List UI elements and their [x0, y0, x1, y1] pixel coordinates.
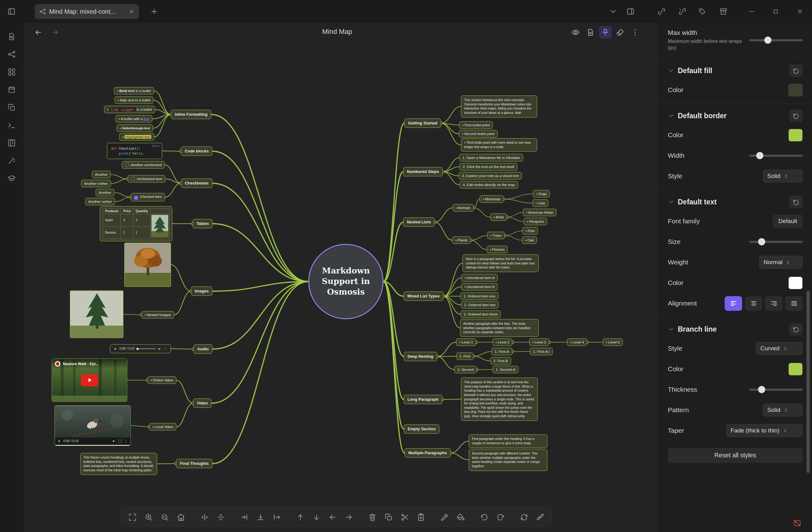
toolbar-arrow-down-button[interactable] — [309, 509, 323, 524]
view-pin-button[interactable] — [599, 26, 612, 39]
reset-all-styles-button[interactable]: Reset all styles — [668, 448, 803, 463]
node-h-tables[interactable]: Tables — [193, 219, 213, 228]
tab-close-icon[interactable] — [129, 9, 134, 15]
toolbar-arrow-right-to-line-button[interactable] — [237, 509, 251, 524]
center-node[interactable]: Markdown Support in Osmosis — [308, 244, 383, 319]
node-gs-b1[interactable]: • First bullet point — [459, 121, 493, 129]
tab-mind-map[interactable]: Mind Map: mixed-cont... — [35, 4, 139, 19]
titlebar-chevron-down-button[interactable] — [607, 5, 620, 18]
node-nl-pine[interactable]: • Pine — [522, 227, 538, 235]
node-nl-oak[interactable]: • Oak — [522, 236, 537, 244]
reset-branch-line-button[interactable] — [789, 323, 803, 335]
node-dn-fb[interactable]: 2. First-B — [490, 357, 511, 365]
node-img-autumn[interactable] — [124, 243, 171, 287]
node-ml-3[interactable]: 3. Ordered item three — [461, 310, 501, 318]
node-dn-f1[interactable]: 1. First — [456, 352, 473, 360]
node-nl-penguins[interactable]: • Penguins — [524, 218, 547, 225]
node-dn-s2[interactable]: 2. Second — [454, 366, 477, 373]
forward-button[interactable] — [49, 26, 61, 39]
node-dn-l4[interactable]: • Level 4 — [567, 338, 587, 346]
branch-color-swatch[interactable] — [788, 363, 803, 376]
node-h-images[interactable]: Images — [191, 286, 213, 296]
node-h-check[interactable]: Checkboxes — [181, 179, 213, 188]
titlebar-link-2-button[interactable] — [676, 5, 689, 18]
node-img-pine[interactable] — [70, 291, 124, 338]
toolbar-fit-view-button[interactable] — [125, 509, 140, 524]
ribbon-copy-button[interactable] — [5, 100, 18, 114]
node-gs-b2[interactable]: • Second bullet point — [459, 130, 497, 138]
node-h-mp[interactable]: Multiple Paragraphs — [405, 448, 451, 458]
toolbar-unfold-vertical-button[interactable] — [214, 509, 228, 524]
node-nl-mammals[interactable]: • Mammals — [479, 195, 504, 203]
node-b-mark[interactable]: • Highlighted text — [119, 133, 155, 141]
node-nl-flowers[interactable]: • Flowers — [487, 246, 507, 253]
font-size-slider[interactable] — [749, 236, 803, 248]
titlebar-link-button[interactable] — [655, 5, 668, 18]
ribbon-mindmap-button[interactable] — [5, 47, 18, 61]
node-ml-a[interactable]: • Unordered item A — [462, 274, 498, 282]
node-l-online[interactable]: • Online Video — [148, 376, 176, 384]
node-h-code[interactable]: Code blocks — [181, 146, 212, 156]
border-width-slider[interactable] — [749, 149, 803, 162]
node-dn-sa[interactable]: 1. Second-A — [493, 366, 518, 373]
max-width-slider[interactable] — [749, 34, 803, 46]
titlebar-sidebar-right-button[interactable] — [624, 5, 637, 18]
titlebar-tag-button[interactable] — [696, 5, 709, 18]
node-nl-cats[interactable]: • Cats — [533, 199, 549, 207]
sidebar-left-toggle[interactable] — [5, 5, 18, 18]
toolbar-arrow-left-button[interactable] — [325, 509, 340, 524]
view-eraser-button[interactable] — [614, 26, 626, 39]
align-justify-button[interactable] — [785, 296, 803, 311]
node-table-node[interactable]: ProductsPriceQuantityApple43Banana21 — [100, 206, 172, 241]
node-mp-para2[interactable]: Second paragraph with different content.… — [469, 449, 548, 471]
toolbar-trash-button[interactable] — [365, 509, 379, 524]
node-nl-birds[interactable]: • Birds — [490, 213, 507, 221]
node-h-final[interactable]: Final Thoughts — [176, 459, 212, 468]
node-b-bold[interactable]: • Bold text in a bullet — [114, 87, 154, 95]
node-h-lp[interactable]: Long Paragraph — [404, 395, 442, 404]
chevron-down-icon[interactable] — [668, 67, 675, 74]
toolbar-refresh-button[interactable] — [517, 509, 531, 524]
branch-pattern-select[interactable]: Solid — [763, 404, 803, 417]
fill-color-swatch[interactable] — [788, 84, 803, 96]
node-h-es[interactable]: Empty Section — [404, 424, 439, 434]
back-button[interactable] — [32, 26, 44, 39]
node-dn-fai[interactable]: 1. First-A-i — [530, 348, 552, 355]
window-maximize-button[interactable] — [769, 5, 782, 18]
volume-icon[interactable] — [113, 439, 116, 443]
reset-default-border-button[interactable] — [789, 110, 803, 122]
border-style-select[interactable]: Solid — [763, 170, 803, 183]
toolbar-zoom-out-button[interactable] — [158, 509, 172, 524]
chevron-down-icon[interactable] — [668, 198, 675, 205]
node-h-ml[interactable]: Mixed List Types — [404, 292, 444, 301]
node-l-nested-img[interactable]: • Nested Images — [142, 311, 174, 319]
node-yt-node[interactable]: Neature Walk - Epi... — [52, 359, 127, 402]
audio-progress[interactable] — [137, 348, 156, 349]
node-ml-para1[interactable]: Here is a paragraph before the list. It … — [463, 254, 539, 272]
volume-icon[interactable] — [158, 347, 162, 351]
ribbon-calendar-button[interactable] — [5, 83, 18, 96]
node-c-checked[interactable]: ✓Checked item — [131, 193, 165, 201]
toolbar-pipette-button[interactable] — [437, 509, 451, 524]
toolbar-undo-button[interactable] — [477, 509, 491, 524]
align-right-button[interactable] — [765, 296, 782, 311]
window-close-button[interactable] — [793, 5, 807, 18]
ribbon-file-search-button[interactable] — [5, 30, 18, 43]
font-weight-select[interactable]: Normal — [759, 256, 803, 269]
node-dn-l1[interactable]: • Level 1 — [456, 338, 476, 346]
more-vertical-icon[interactable] — [164, 347, 168, 351]
toolbar-redo-button[interactable] — [493, 509, 507, 524]
ribbon-wand-button[interactable] — [5, 154, 18, 167]
toolbar-clipboard-paste-button[interactable] — [414, 509, 428, 524]
youtube-play-button[interactable] — [81, 374, 98, 387]
node-nl-plants[interactable]: • Plants — [452, 236, 470, 244]
node-nl-animals[interactable]: • Animals — [452, 204, 474, 212]
align-center-button[interactable] — [745, 296, 762, 311]
node-dn-l2[interactable]: • Level 2 — [493, 338, 512, 346]
node-dn-fa[interactable]: 1. First-A — [492, 348, 512, 355]
toolbar-zoom-in-button[interactable] — [141, 509, 156, 524]
play-icon[interactable] — [113, 347, 117, 351]
text-color-swatch[interactable] — [788, 277, 803, 289]
node-h-dn[interactable]: Deep Nesting — [404, 352, 437, 361]
node-h-gs[interactable]: Getting Started — [404, 118, 441, 128]
